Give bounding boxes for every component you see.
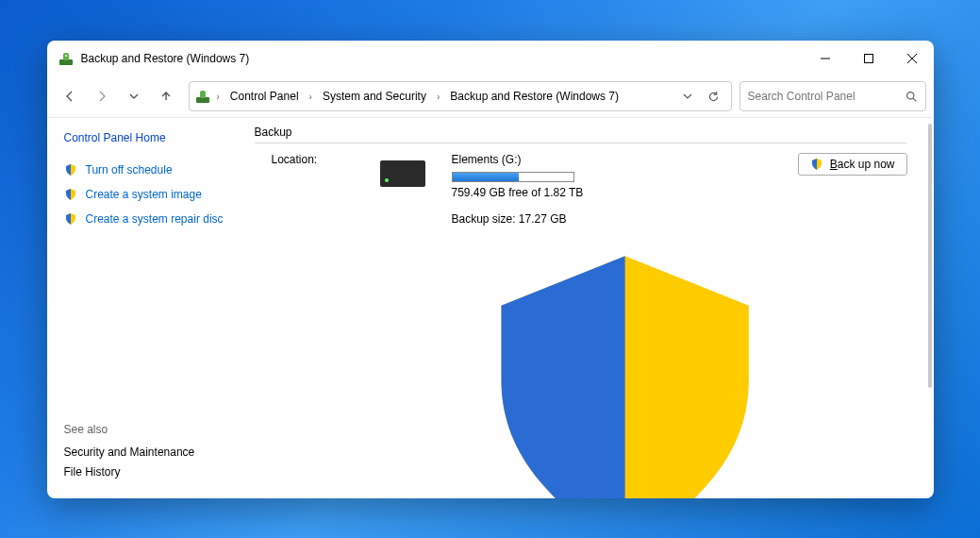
svg-rect-4 (864, 54, 872, 62)
app-window: Backup and Restore (Windows 7) › Control… (47, 41, 934, 498)
shield-icon (64, 163, 77, 177)
title-bar: Backup and Restore (Windows 7) (47, 41, 934, 76)
address-dropdown[interactable] (676, 85, 699, 108)
sidebar-task-label: Turn off schedule (86, 163, 173, 177)
recent-dropdown[interactable] (119, 81, 149, 111)
see-also-security[interactable]: Security and Maintenance (64, 446, 238, 459)
address-bar[interactable]: › Control Panel › System and Security › … (189, 81, 732, 111)
sidebar-task-create-repair[interactable]: Create a system repair disc (64, 212, 238, 226)
chevron-right-icon: › (307, 92, 315, 102)
disk-icon (380, 160, 425, 187)
svg-point-2 (64, 54, 66, 56)
control-panel-home-link[interactable]: Control Panel Home (64, 131, 238, 144)
chevron-right-icon: › (214, 92, 223, 102)
svg-rect-8 (200, 91, 206, 98)
sidebar-task-turn-off[interactable]: Turn off schedule (64, 163, 238, 177)
svg-point-9 (906, 92, 913, 98)
backup-heading: Backup (255, 126, 907, 143)
sidebar-task-create-image[interactable]: Create a system image (64, 188, 238, 201)
backup-now-button[interactable]: Back up now (798, 153, 907, 176)
shield-icon (64, 212, 77, 226)
refresh-button[interactable] (703, 85, 725, 108)
breadcrumb-section[interactable]: System and Security (319, 88, 430, 105)
location-value: Elements (G:) (452, 153, 798, 166)
address-icon (195, 89, 210, 104)
sidebar-task-label: Create a system image (86, 188, 202, 201)
chevron-right-icon: › (434, 92, 442, 102)
backup-size: Backup size: 17.27 GB (452, 212, 798, 226)
content-body: Control Panel Home Turn off schedule Cre… (47, 118, 934, 498)
up-button[interactable] (151, 81, 181, 111)
breadcrumb-root[interactable]: Control Panel (226, 88, 303, 105)
search-icon (905, 91, 918, 103)
app-icon (58, 51, 74, 66)
close-button[interactable] (890, 43, 934, 74)
window-title: Backup and Restore (Windows 7) (81, 52, 250, 65)
see-also-file-history[interactable]: File History (64, 465, 238, 479)
search-input[interactable] (748, 90, 900, 103)
minimize-button[interactable] (804, 43, 847, 74)
shield-icon (452, 231, 798, 498)
see-also-label: See also (64, 423, 238, 436)
sidebar: Control Panel Home Turn off schedule Cre… (47, 118, 255, 498)
forward-button[interactable] (87, 81, 117, 111)
maximize-button[interactable] (847, 43, 890, 74)
shield-icon (64, 188, 77, 201)
free-space: 759.49 GB free of 1.82 TB (452, 186, 798, 199)
main-content: Backup Location: Elements (G:) 759.49 GB… (255, 118, 934, 498)
location-label: Location: (272, 153, 361, 498)
search-box[interactable] (739, 81, 926, 111)
shield-icon (810, 158, 823, 171)
scrollbar[interactable] (928, 124, 932, 388)
back-button[interactable] (55, 81, 85, 111)
disk-space-bar (452, 172, 574, 182)
breadcrumb-page[interactable]: Backup and Restore (Windows 7) (446, 88, 623, 105)
svg-line-10 (913, 98, 916, 101)
navigation-bar: › Control Panel › System and Security › … (47, 76, 934, 118)
sidebar-task-label: Create a system repair disc (86, 212, 224, 226)
